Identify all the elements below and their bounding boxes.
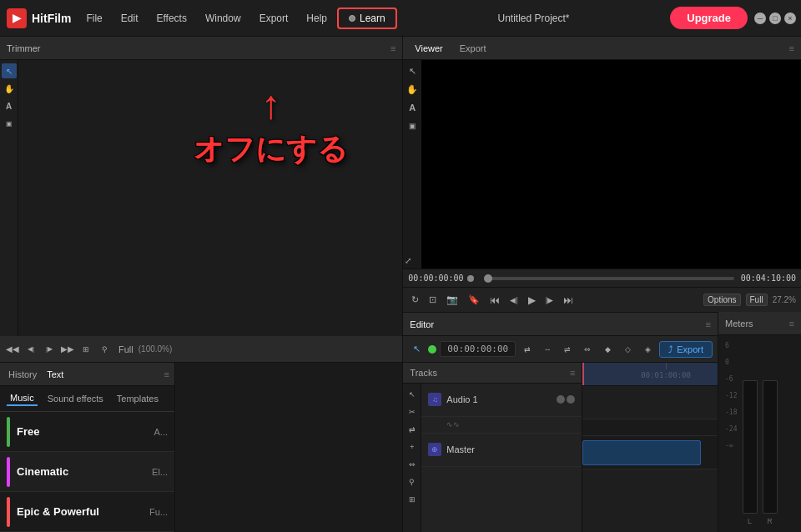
editor-tool-move[interactable]: ⇄ [405,422,420,437]
pb-loop-icon[interactable]: ↻ [408,293,422,307]
menu-edit[interactable]: Edit [113,8,147,29]
rate-tool[interactable]: ◈ [639,341,656,358]
editor-toolbar: ↖ 00:00:00:00 ⇄ ↔ ⇌ ⇔ ◆ ◇ ◈ ⤴ Export [403,336,718,363]
export-icon: ⤴ [668,344,673,354]
editor-meters-area: Editor ≡ ↖ 00:00:00:00 ⇄ ↔ ⇌ ⇔ ◆ ◇ ◈ ⤴ [403,312,801,532]
editor-cursor-tool[interactable]: ↖ [408,341,425,358]
trimmer-label: Trimmer [7,43,41,53]
transport-bar: ◀◀ ◀| |▶ ▶▶ ⊞ ⚲ Full (100.0%) [0,336,402,363]
slide-tool[interactable]: ⇔ [579,341,596,358]
learn-indicator [349,15,355,22]
audio-clip[interactable] [582,440,701,465]
menu-export[interactable]: Export [251,8,297,29]
list-item: Epic & Powerful Fu... [0,492,174,532]
slip-tool[interactable]: ⇌ [559,341,576,358]
extra-tool1[interactable]: ▣ [2,116,17,131]
pb-skip-fwd[interactable]: ⏭ [560,293,577,308]
timeline-ruler[interactable]: 00:01:00:00 00:02:00:00 00:03:00:00 [582,363,718,386]
pb-camera-icon[interactable]: 📷 [443,293,461,307]
menu-help[interactable]: Help [298,8,335,29]
track-solo[interactable] [557,395,565,404]
text-tool[interactable]: A [2,98,17,113]
menu-file[interactable]: File [78,8,110,29]
menu-learn[interactable]: Learn [337,8,397,29]
export-button[interactable]: ⤴ Export [659,341,713,358]
viewer-menu[interactable]: ≡ [789,43,794,53]
maximize-button[interactable]: □ [769,13,781,24]
list-item: Free A... [0,412,174,452]
hand-tool[interactable]: ✋ [2,81,17,96]
pb-next-frame[interactable]: |▶ [542,294,557,306]
media-section: History Text ≡ Music Sound effects Templ… [0,363,175,532]
timeline-audio1-area [582,386,718,419]
pb-clip-icon[interactable]: ⊡ [426,293,440,307]
trimmer-menu-icon[interactable]: ≡ [390,43,395,53]
tab-templates[interactable]: Templates [113,392,162,405]
transport-next-icon[interactable]: ▶▶ [60,342,75,357]
media-panel-menu[interactable]: ≡ [164,369,169,379]
tab-text[interactable]: Text [43,368,67,381]
editor-tool-zoom-out[interactable]: ⇔ [405,457,420,472]
tracks-menu-icon[interactable]: ≡ [570,368,575,378]
text-tool-viewer[interactable]: A [405,100,420,115]
titlebar: ▶ HitFilm File Edit Effects Window Expor… [0,0,801,37]
track-controls: Tracks ≡ ↖ ✂ ⇄ + ⇔ ⚲ [403,363,582,532]
shape-tool[interactable]: ▣ [405,118,420,133]
playhead-dot [467,275,474,282]
meter-bar-container-r [763,380,778,514]
cursor-tool[interactable]: ↖ [2,63,17,78]
editor-label: Editor [410,319,434,329]
minimize-button[interactable]: ─ [754,13,766,24]
transport-zoom-percent: (100.0%) [139,344,173,354]
marker-tool[interactable]: ◇ [619,341,636,358]
snap-tool[interactable]: ◆ [599,341,616,358]
transport-fwd-frame[interactable]: |▶ [42,342,57,357]
pb-bookmark-icon[interactable]: 🔖 [465,293,483,307]
close-button[interactable]: × [784,13,796,24]
meters-menu[interactable]: ≡ [789,319,794,329]
music-name: Cinematic [17,465,145,478]
editor-menu[interactable]: ≡ [706,319,711,329]
hitfilm-logo: ▶ [7,8,27,28]
right-column: Viewer Export ≡ ↖ ✋ A ▣ ⤢ 00:00:00:00 [403,37,801,532]
editor-tool-zoom-in[interactable]: + [405,439,420,454]
transport-back-frame[interactable]: ◀| [23,342,38,357]
track-mute[interactable] [567,395,575,404]
scale-neg18: -18 [725,409,737,425]
music-list: Free A... Cinematic El... Epic & Powerfu… [0,412,174,532]
quality-select[interactable]: Full [746,294,768,306]
tab-music[interactable]: Music [7,391,38,406]
menu-effects[interactable]: Effects [148,8,194,29]
editor-side-tools: ↖ ✂ ⇄ + ⇔ ⚲ ⊞ [403,384,421,532]
tab-sound-effects[interactable]: Sound effects [44,392,107,405]
upgrade-button[interactable]: Upgrade [670,7,748,29]
editor-tool-extra[interactable]: ⊞ [405,492,420,507]
viewer-header: Viewer Export ≡ [403,37,801,60]
menu-window[interactable]: Window [197,8,249,29]
tab-viewer[interactable]: Viewer [410,42,447,55]
tab-export[interactable]: Export [455,42,491,55]
transport-prev-icon[interactable]: ◀◀ [5,342,20,357]
options-select[interactable]: Options [703,294,740,306]
ruler-highlight [582,363,718,385]
scale-0: 0 [725,359,737,375]
hand-tool[interactable]: ✋ [405,82,420,97]
transport-magnet[interactable]: ⚲ [97,342,112,357]
trimmer-panel: Trimmer ≡ ↖ ✋ A ▣ ↑ オフにする [0,37,402,336]
pb-play-pause[interactable]: ▶ [525,293,539,308]
ripple-tool[interactable]: ⇄ [519,341,536,358]
editor-tool-cursor[interactable]: ↖ [405,387,420,402]
viewer-expand-icon[interactable]: ⤢ [405,256,411,265]
timeline-scrubber[interactable] [484,277,734,280]
editor-panel: Editor ≡ ↖ 00:00:00:00 ⇄ ↔ ⇌ ⇔ ◆ ◇ ◈ ⤴ [403,312,718,532]
pb-prev-frame[interactable]: ◀| [506,294,521,306]
select-tool[interactable]: ↖ [405,63,420,78]
editor-tool-snap[interactable]: ⚲ [405,474,420,489]
transport-snap[interactable]: ⊞ [78,342,93,357]
meter-left: L [743,380,758,525]
roll-tool[interactable]: ↔ [539,341,556,358]
editor-header: Editor ≡ [403,313,718,336]
tab-history[interactable]: History [5,368,40,381]
editor-tool-slice[interactable]: ✂ [405,404,420,419]
pb-skip-back[interactable]: ⏮ [486,293,503,308]
